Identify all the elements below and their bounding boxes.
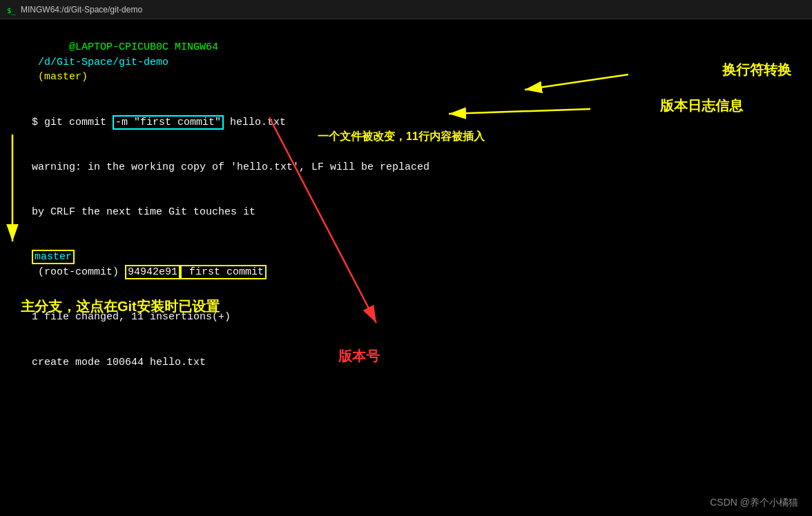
annotation-zhufenzhi: 主分支，这点在Git安装时已设置 bbox=[21, 297, 220, 316]
prompt-dollar: $ git commit bbox=[32, 117, 113, 128]
annotation-huanhang: 换行符转换 bbox=[722, 61, 791, 79]
commit-message: first commit bbox=[180, 265, 267, 279]
terminal-icon: $_ bbox=[6, 4, 17, 15]
master-branch-label: master bbox=[32, 250, 75, 264]
csdn-watermark: CSDN @养个小橘猫 bbox=[710, 497, 798, 509]
commit-hash: 94942e91 bbox=[125, 265, 180, 279]
prompt-path: /d/Git-Space/git-demo bbox=[32, 57, 168, 68]
terminal-line-warning1: warning: in the working copy of 'hello.t… bbox=[7, 145, 805, 190]
title-bar: $_ MINGW64:/d/Git-Space/git-demo bbox=[0, 0, 812, 19]
terminal-line-prompt: @LAPTOP-CPICUB0C MINGW64 /d/Git-Space/gi… bbox=[7, 25, 805, 100]
title-bar-text: MINGW64:/d/Git-Space/git-demo bbox=[21, 5, 142, 14]
terminal-content: @LAPTOP-CPICUB0C MINGW64 /d/Git-Space/gi… bbox=[0, 19, 812, 390]
prompt-user: @LAPTOP-CPICUB0C MINGW64 bbox=[32, 41, 218, 53]
annotation-yige-wenjian: 一个文件被改变，11行内容被插入 bbox=[318, 130, 485, 144]
flag-m: -m "first commit" bbox=[113, 115, 224, 130]
annotation-banben-hao: 版本号 bbox=[338, 347, 380, 366]
annotation-banben-rizhi: 版本日志信息 bbox=[660, 97, 743, 115]
svg-text:$_: $_ bbox=[7, 6, 17, 15]
terminal-line-warning2: by CRLF the next time Git touches it bbox=[7, 190, 805, 235]
prompt-branch: (master) bbox=[32, 71, 88, 83]
filename: hello.txt bbox=[224, 117, 286, 128]
terminal-line-commit-result: master (root-commit) 94942e91 first comm… bbox=[7, 235, 805, 295]
terminal-line-create: create mode 100644 hello.txt bbox=[7, 340, 805, 385]
